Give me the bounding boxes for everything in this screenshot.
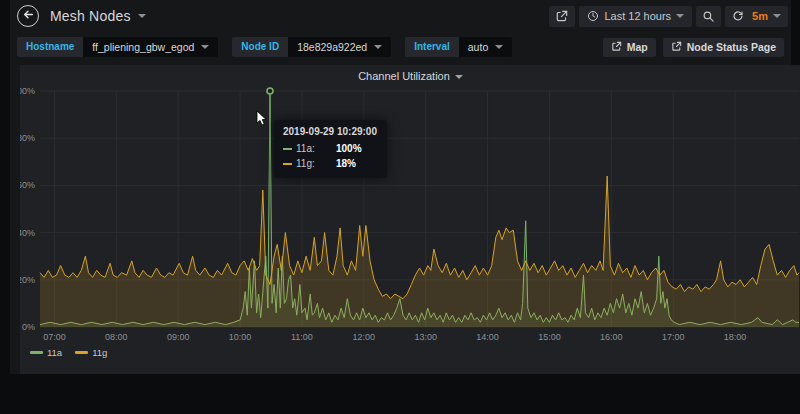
chart-svg[interactable]: 0%20%40%60%80%100%07:0008:0009:0010:0011… bbox=[20, 65, 800, 343]
panel-title[interactable]: Channel Utilization bbox=[20, 70, 800, 82]
channel-utilization-panel: Channel Utilization 0%20%40%60%80%100%07… bbox=[20, 65, 800, 374]
tooltip-row-11a: 11a: 100% bbox=[283, 141, 377, 156]
variable-interval: Interval auto bbox=[405, 37, 512, 57]
legend-item-11a[interactable]: 11a bbox=[30, 347, 62, 358]
tooltip-value-11g: 18% bbox=[336, 156, 356, 171]
hover-point-marker bbox=[267, 88, 273, 94]
dashboard-submenu: Hostname ff_pliening_gbw_egod Node ID 18… bbox=[10, 35, 791, 59]
share-button[interactable] bbox=[549, 6, 575, 27]
y-tick-label: 80% bbox=[20, 133, 35, 143]
top-navbar: Mesh Nodes Last 12 hours bbox=[10, 0, 791, 32]
y-tick-label: 20% bbox=[20, 275, 35, 285]
x-tick-label: 16:00 bbox=[600, 332, 623, 342]
y-tick-label: 60% bbox=[20, 180, 35, 190]
legend-item-11g[interactable]: 11g bbox=[75, 347, 107, 358]
legend-label-11a: 11a bbox=[47, 347, 62, 358]
x-tick-label: 18:00 bbox=[724, 332, 747, 342]
refresh-picker[interactable]: 5m bbox=[725, 6, 788, 27]
x-tick-label: 08:00 bbox=[105, 332, 128, 342]
tooltip-series-11g: 11g: bbox=[296, 156, 324, 171]
variable-nodeid-label: Node ID bbox=[232, 37, 288, 57]
series-fill-11g bbox=[40, 176, 799, 327]
x-tick-label: 15:00 bbox=[538, 332, 561, 342]
tooltip-value-11a: 100% bbox=[336, 141, 362, 156]
zoom-out-button[interactable] bbox=[696, 6, 721, 27]
time-range-caret-icon bbox=[676, 14, 684, 18]
map-link-label: Map bbox=[627, 41, 648, 53]
magnifier-icon bbox=[702, 10, 715, 23]
legend-swatch-11a bbox=[30, 351, 43, 354]
y-tick-label: 40% bbox=[20, 228, 35, 238]
variable-nodeid: Node ID 18e829a922ed bbox=[232, 37, 391, 57]
external-link-icon bbox=[671, 41, 682, 54]
y-tick-label: 0% bbox=[22, 322, 35, 332]
time-range-picker[interactable]: Last 12 hours bbox=[579, 6, 692, 27]
x-tick-label: 07:00 bbox=[43, 332, 66, 342]
dashboard-title[interactable]: Mesh Nodes bbox=[50, 8, 131, 24]
node-status-page-link-button[interactable]: Node Status Page bbox=[663, 38, 784, 57]
legend-label-11g: 11g bbox=[92, 347, 107, 358]
x-tick-label: 09:00 bbox=[167, 332, 190, 342]
x-tick-label: 14:00 bbox=[476, 332, 499, 342]
y-tick-label: 100% bbox=[20, 86, 35, 96]
dashboard-title-caret-icon[interactable] bbox=[138, 14, 146, 18]
time-range-label: Last 12 hours bbox=[604, 10, 671, 22]
tooltip-series-11a: 11a: bbox=[296, 141, 324, 156]
clock-icon bbox=[587, 10, 599, 22]
dashboard-content: Mesh Nodes Last 12 hours bbox=[10, 0, 791, 374]
tooltip-row-11g: 11g: 18% bbox=[283, 156, 377, 171]
chevron-down-icon bbox=[374, 45, 382, 49]
refresh-icon bbox=[732, 10, 744, 22]
tooltip-swatch-11g bbox=[283, 163, 292, 165]
chart-legend: 11a 11g bbox=[30, 347, 107, 358]
x-tick-label: 11:00 bbox=[291, 332, 313, 342]
variable-hostname: Hostname ff_pliening_gbw_egod bbox=[17, 37, 218, 57]
tooltip-swatch-11a bbox=[283, 148, 292, 150]
variable-interval-label: Interval bbox=[405, 37, 459, 57]
chart-tooltip: 2019-09-29 10:29:00 11a: 100% 11g: 18% bbox=[274, 120, 387, 178]
x-tick-label: 12:00 bbox=[353, 332, 376, 342]
back-button[interactable] bbox=[17, 5, 39, 27]
x-tick-label: 17:00 bbox=[662, 332, 685, 342]
variable-hostname-label: Hostname bbox=[17, 37, 83, 57]
variable-interval-value[interactable]: auto bbox=[459, 37, 512, 57]
panel-menu-caret-icon bbox=[455, 75, 463, 79]
share-icon bbox=[555, 9, 569, 23]
map-link-button[interactable]: Map bbox=[603, 38, 656, 57]
external-link-icon bbox=[611, 41, 622, 54]
variable-nodeid-value[interactable]: 18e829a922ed bbox=[288, 37, 391, 57]
chevron-down-icon bbox=[201, 45, 209, 49]
legend-swatch-11g bbox=[75, 351, 88, 354]
chevron-down-icon bbox=[495, 45, 503, 49]
refresh-caret-icon bbox=[773, 14, 781, 18]
grafana-dashboard: Mesh Nodes Last 12 hours bbox=[0, 0, 800, 414]
arrow-left-icon bbox=[22, 7, 35, 25]
x-tick-label: 13:00 bbox=[414, 332, 437, 342]
variable-hostname-value[interactable]: ff_pliening_gbw_egod bbox=[83, 37, 218, 57]
tooltip-timestamp: 2019-09-29 10:29:00 bbox=[283, 126, 377, 137]
mouse-cursor bbox=[256, 111, 268, 131]
node-status-page-link-label: Node Status Page bbox=[687, 41, 776, 53]
refresh-interval-label: 5m bbox=[752, 10, 768, 22]
x-tick-label: 10:00 bbox=[229, 332, 252, 342]
